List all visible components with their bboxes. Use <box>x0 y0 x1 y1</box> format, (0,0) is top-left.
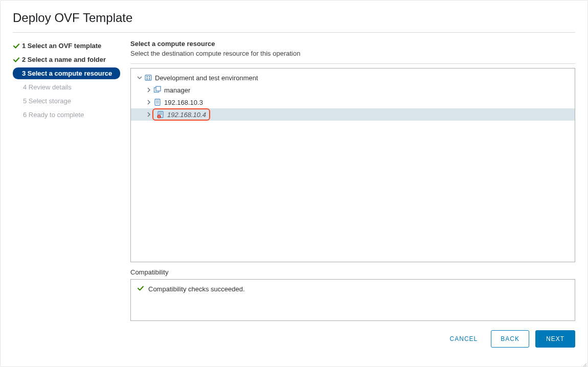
main-panel: Select a compute resource Select the des… <box>130 40 575 366</box>
step-label: 6 Ready to complete <box>23 111 84 119</box>
dialog-body: 1 Select an OVF template 2 Select a name… <box>13 33 575 366</box>
highlighted-selection: 192.168.10.4 <box>152 108 210 121</box>
step-label: 3 Select a compute resource <box>22 70 112 77</box>
caret-right-icon[interactable] <box>145 112 152 117</box>
dialog-footer: CANCEL BACK NEXT <box>130 321 575 351</box>
panel-heading: Select a compute resource <box>130 40 575 48</box>
step-label: 4 Review details <box>23 83 72 91</box>
step-2[interactable]: 2 Select a name and folder <box>13 54 120 65</box>
svg-point-16 <box>159 117 160 118</box>
svg-rect-0 <box>145 75 151 80</box>
caret-down-icon[interactable] <box>136 75 143 80</box>
host-error-icon <box>156 110 165 119</box>
datacenter-icon <box>144 74 152 82</box>
back-button[interactable]: BACK <box>491 330 529 348</box>
compatibility-row: Compatibility checks succeeded. <box>137 285 569 293</box>
caret-right-icon[interactable] <box>145 87 152 93</box>
resize-handle-icon[interactable] <box>581 360 586 365</box>
checkmark-icon <box>13 42 20 50</box>
svg-rect-4 <box>149 78 150 80</box>
tree-label: Development and test environment <box>155 74 258 82</box>
step-4: 4 Review details <box>13 81 120 93</box>
step-6: 6 Ready to complete <box>13 109 120 121</box>
tree-row-datacenter[interactable]: Development and test environment <box>131 72 575 84</box>
wizard-steps-sidebar: 1 Select an OVF template 2 Select a name… <box>13 40 120 366</box>
step-label: 2 Select a name and folder <box>22 56 106 63</box>
cluster-icon <box>153 86 162 94</box>
compute-resource-tree[interactable]: Development and test environment manager <box>130 68 575 262</box>
step-5: 5 Select storage <box>13 95 120 107</box>
checkmark-icon <box>13 56 20 63</box>
step-3[interactable]: 3 Select a compute resource <box>13 67 120 79</box>
step-1[interactable]: 1 Select an OVF template <box>13 40 120 52</box>
checkmark-icon <box>137 285 144 293</box>
compatibility-label: Compatibility <box>130 268 575 276</box>
next-button[interactable]: NEXT <box>535 330 575 348</box>
tree-row-cluster[interactable]: manager <box>131 84 575 96</box>
host-icon <box>153 98 162 106</box>
svg-rect-6 <box>156 86 161 91</box>
cancel-button[interactable]: CANCEL <box>443 331 485 347</box>
compatibility-message: Compatibility checks succeeded. <box>148 285 245 293</box>
tree-label: manager <box>164 86 190 94</box>
caret-right-icon[interactable] <box>145 100 152 105</box>
panel-subheading: Select the destination compute resource … <box>130 50 575 64</box>
compatibility-box: Compatibility checks succeeded. <box>130 279 575 321</box>
tree-label: 192.168.10.4 <box>167 111 206 119</box>
dialog-title: Deploy OVF Template <box>13 11 575 33</box>
deploy-ovf-dialog: Deploy OVF Template 1 Select an OVF temp… <box>1 1 587 366</box>
tree-row-host-selected[interactable]: 192.168.10.4 <box>131 108 575 121</box>
svg-rect-1 <box>147 76 148 78</box>
step-label: 1 Select an OVF template <box>22 42 101 50</box>
svg-rect-2 <box>149 76 150 78</box>
svg-rect-3 <box>147 78 148 80</box>
step-label: 5 Select storage <box>23 97 71 105</box>
tree-label: 192.168.10.3 <box>164 99 203 106</box>
tree-row-host[interactable]: 192.168.10.3 <box>131 96 575 108</box>
